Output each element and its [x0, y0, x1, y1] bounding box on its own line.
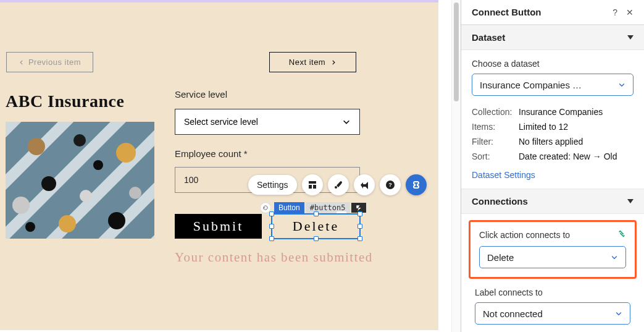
chevron-down-icon [618, 81, 625, 88]
meta-sort-val: Date created: New → Old [519, 151, 617, 161]
sync-icon [617, 229, 626, 240]
next-item-label: Next item [289, 57, 325, 67]
chevron-down-icon [611, 253, 618, 261]
click-action-label: Click action connects to [479, 230, 570, 240]
label-connects-label: Label connects to [475, 287, 630, 297]
svg-point-5 [116, 143, 136, 163]
company-image[interactable] [6, 122, 154, 239]
toolbar-layout-button[interactable] [302, 174, 323, 195]
canvas-scrollbar[interactable] [451, 0, 461, 332]
meta-items: Items: Limited to 12 [472, 119, 634, 134]
delete-button[interactable]: Delete [272, 214, 360, 239]
svg-rect-15 [309, 185, 312, 189]
svg-point-17 [335, 186, 337, 189]
chevron-right-icon [330, 59, 337, 66]
panel-help-icon[interactable]: ? [613, 7, 617, 17]
selection-type-chip[interactable]: Button [274, 202, 304, 213]
submit-button[interactable]: Submit [175, 214, 262, 239]
svg-point-9 [59, 215, 76, 232]
connect-icon [355, 204, 362, 211]
click-action-highlight: Click action connects to Delete [469, 220, 637, 279]
meta-filter-val: No filters applied [519, 137, 583, 147]
resize-handle-bc[interactable] [314, 236, 319, 241]
label-connects-value: Not connected [483, 309, 543, 319]
chevron-left-icon [19, 59, 25, 66]
panel-close-icon[interactable]: ✕ [626, 7, 634, 17]
meta-collection-key: Collection: [472, 107, 519, 117]
reload-icon [262, 205, 269, 211]
editor-canvas-wrapper: Previous item Next item ABC Insurance [0, 0, 461, 332]
meta-filter: Filter: No filters applied [472, 134, 634, 149]
toolbar-animation-button[interactable] [354, 174, 375, 195]
caret-down-icon [627, 35, 634, 40]
svg-text:?: ? [388, 182, 392, 188]
toolbar-settings-label: Settings [257, 180, 288, 190]
connections-section-label: Connections [472, 196, 528, 206]
svg-rect-16 [313, 185, 316, 189]
brush-icon [333, 180, 343, 190]
connect-panel: Connect Button ? ✕ Dataset Choose a data… [461, 0, 644, 332]
service-level-placeholder: Select service level [184, 117, 258, 127]
service-level-select[interactable]: Select service level [175, 109, 360, 135]
svg-point-10 [108, 212, 125, 229]
resize-handle-tr[interactable] [358, 211, 362, 216]
resize-handle-bl[interactable] [269, 236, 274, 241]
meta-filter-key: Filter: [472, 137, 519, 147]
toolbar-design-button[interactable] [328, 174, 349, 195]
service-level-label: Service level [175, 89, 227, 100]
previous-item-button[interactable]: Previous item [6, 52, 93, 72]
caret-down-icon [627, 199, 634, 203]
previous-item-label: Previous item [28, 57, 81, 67]
dataset-dropdown[interactable]: Insurance Companies … [472, 74, 634, 96]
panel-header: Connect Button ? ✕ [461, 0, 644, 25]
connections-section-header[interactable]: Connections [461, 189, 644, 214]
dataset-settings-link[interactable]: Dataset Settings [472, 170, 634, 180]
chevron-down-icon [615, 310, 622, 317]
resize-handle-ml[interactable] [269, 224, 274, 229]
choose-dataset-label: Choose a dataset [472, 59, 634, 69]
dataset-section-header[interactable]: Dataset [461, 25, 644, 50]
page-canvas[interactable]: Previous item Next item ABC Insurance [0, 2, 438, 330]
meta-collection-val: Insurance Companies [519, 107, 603, 117]
svg-point-8 [80, 190, 92, 202]
chevron-down-icon [342, 117, 351, 126]
meta-sort-key: Sort: [472, 151, 519, 161]
resize-handle-tc[interactable] [314, 211, 319, 216]
svg-point-13 [25, 222, 35, 232]
employee-count-value: 100 [184, 175, 198, 185]
delete-button-selection[interactable]: Delete [272, 214, 360, 239]
svg-rect-14 [309, 181, 316, 184]
meta-items-key: Items: [472, 122, 519, 132]
svg-point-6 [41, 176, 56, 191]
resize-handle-tl[interactable] [269, 211, 274, 216]
click-action-value: Delete [487, 252, 514, 263]
connect-data-icon [411, 180, 421, 190]
toolbar-connect-button[interactable] [406, 174, 427, 195]
dataset-section-label: Dataset [472, 32, 505, 43]
next-item-button[interactable]: Next item [269, 52, 356, 72]
panel-title: Connect Button [472, 7, 541, 17]
connections-section-body: Click action connects to Delete Label co… [461, 214, 644, 332]
label-connects-dropdown[interactable]: Not connected [475, 302, 630, 325]
toolbar-settings-button[interactable]: Settings [248, 175, 297, 195]
animation-icon [359, 180, 369, 190]
success-message: Your content has been submitted [175, 249, 373, 266]
toolbar-help-button[interactable]: ? [380, 174, 401, 195]
submit-button-label: Submit [193, 218, 244, 234]
layout-icon [307, 180, 317, 190]
element-toolbar: Settings ? [248, 174, 427, 195]
dataset-section-body: Choose a dataset Insurance Companies … C… [461, 50, 644, 189]
meta-sort: Sort: Date created: New → Old [472, 149, 634, 164]
resize-handle-br[interactable] [358, 236, 362, 241]
dataset-dropdown-value: Insurance Companies … [480, 80, 582, 90]
svg-point-4 [73, 134, 86, 147]
canvas-scroll-thumb[interactable] [454, 2, 459, 101]
delete-button-label: Delete [293, 218, 339, 234]
meta-collection: Collection: Insurance Companies [472, 104, 634, 119]
svg-point-12 [93, 160, 103, 170]
svg-point-3 [28, 138, 45, 155]
resize-handle-mr[interactable] [358, 224, 362, 229]
svg-point-11 [129, 187, 141, 199]
click-action-dropdown[interactable]: Delete [479, 246, 626, 268]
help-icon: ? [385, 180, 395, 190]
